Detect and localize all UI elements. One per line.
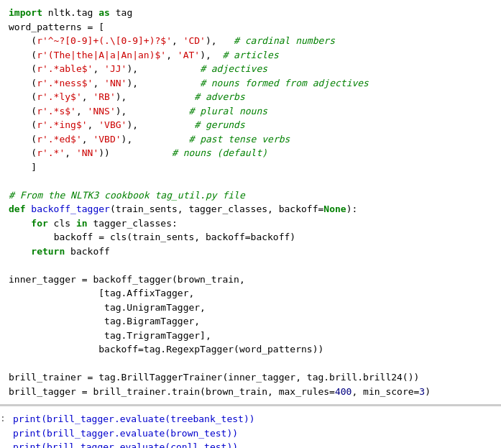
- print-call: print(brill_tagger.evaluate(treebank_tes…: [13, 413, 255, 424]
- output-block: : print(brill_tagger.evaluate(treebank_t…: [0, 406, 501, 448]
- token-number: 3: [419, 386, 425, 397]
- token-plain: tag.UnigramTagger,: [9, 302, 206, 313]
- token-plain: tagger_classes:: [88, 218, 178, 229]
- token-plain: ),: [200, 50, 222, 60]
- token-string: r'.*ness$': [37, 78, 93, 88]
- token-plain: (train_sents, tagger_classes, backoff=: [110, 204, 323, 214]
- token-plain: (: [9, 91, 37, 102]
- token-number: 400: [335, 386, 351, 397]
- token-plain: , min_score=: [351, 386, 419, 397]
- code-line: [9, 357, 492, 371]
- code-line: (r'(The|the|A|a|An|an)$', 'AT'), # artic…: [9, 48, 492, 63]
- token-plain: [9, 218, 31, 229]
- token-kw: in: [76, 218, 88, 229]
- token-plain: ,: [82, 91, 93, 102]
- token-plain: brill_tagger = brill_trainer.train(brown…: [9, 386, 335, 397]
- token-plain: ]: [9, 162, 37, 173]
- token-comment: # gerunds: [194, 119, 244, 130]
- token-plain: backoff=tag.RegexpTagger(word_patterns)): [9, 344, 323, 355]
- token-plain: ,: [172, 35, 183, 46]
- token-plain: tag.TrigramTagger],: [9, 330, 211, 341]
- code-line: (r'.*able$', 'JJ'), # adjectives: [9, 62, 492, 76]
- code-line: brill_tagger = brill_trainer.train(brown…: [9, 385, 492, 399]
- token-plain: tag: [110, 7, 132, 18]
- token-plain: ,: [76, 106, 88, 116]
- token-plain: [tag.AffixTagger,: [9, 288, 194, 298]
- token-string: r'.*ed$': [37, 134, 82, 145]
- code-line: [tag.AffixTagger,: [9, 286, 492, 301]
- token-string: 'JJ': [104, 63, 127, 74]
- print-line: print(brill_tagger.evaluate(treebank_tes…: [13, 412, 492, 426]
- code-block: import nltk.tag as tagword_patterns = [ …: [0, 0, 501, 406]
- token-string: 'NN': [104, 78, 127, 88]
- code-line: word_patterns = [: [9, 20, 492, 35]
- token-plain: (: [9, 63, 37, 74]
- code-line: (r'.*s$', 'NNS'), # plural nouns: [9, 104, 492, 119]
- token-plain: ): [425, 386, 431, 397]
- token-plain: ,: [93, 78, 104, 88]
- print-call: print(brill_tagger.evaluate(brown_test)): [13, 428, 238, 439]
- token-plain: ),: [116, 106, 189, 116]
- token-comment: # nouns formed from adjectives: [200, 78, 369, 88]
- token-plain: ),: [121, 134, 189, 145]
- token-plain: (: [9, 50, 37, 60]
- print-line: print(brill_tagger.evaluate(brown_test)): [13, 426, 492, 441]
- token-string: r'.*ly$': [37, 91, 82, 102]
- token-string: 'VBD': [93, 134, 121, 145]
- code-line: for cls in tagger_classes:: [9, 216, 492, 231]
- token-string: 'VBG': [98, 119, 127, 130]
- token-plain: word_patterns = [: [9, 22, 104, 32]
- token-plain: ,: [93, 63, 104, 74]
- cell-indicator: :: [0, 412, 6, 426]
- code-line: def backoff_tagger(train_sents, tagger_c…: [9, 202, 492, 216]
- code-line: ]: [9, 160, 492, 175]
- token-plain: (: [9, 119, 37, 130]
- token-string: 'AT': [178, 50, 200, 60]
- token-string: 'NNS': [88, 106, 116, 116]
- code-line: (r'.*ness$', 'NN'), # nouns formed from …: [9, 76, 492, 91]
- token-plain: (: [9, 147, 37, 158]
- token-string: r'^~?[0-9]+(.\[0-9]+)?$': [37, 35, 172, 46]
- code-line: # From the NLTK3 cookbook tag_util.py fi…: [9, 188, 492, 203]
- token-plain: backoff = cls(train_sents, backoff=backo…: [9, 232, 295, 242]
- token-comment: # adjectives: [200, 63, 267, 74]
- token-plain: ),: [116, 91, 195, 102]
- token-plain: ),: [206, 35, 234, 46]
- token-plain: ):: [346, 204, 358, 214]
- token-string: 'RB': [93, 91, 115, 102]
- token-plain: (: [9, 106, 37, 116]
- code-line: tag.BigramTagger,: [9, 314, 492, 329]
- token-string: r'(The|the|A|a|An|an)$': [37, 50, 166, 60]
- token-string: r'.*s$': [37, 106, 76, 116]
- token-plain: tag.BigramTagger,: [9, 316, 200, 326]
- token-kw: for: [31, 218, 47, 229]
- code-line: (r'.*', 'NN')) # nouns (default): [9, 146, 492, 160]
- token-plain: ),: [127, 63, 200, 74]
- code-line: (r'.*ed$', 'VBD'), # past tense verbs: [9, 132, 492, 147]
- token-plain: brill_trainer = tag.BrillTaggerTrainer(i…: [9, 372, 419, 383]
- token-param-none: None: [323, 204, 346, 214]
- token-func: backoff_tagger: [31, 204, 110, 214]
- code-line: (r'.*ing$', 'VBG'), # gerunds: [9, 118, 492, 132]
- token-comment: # past tense verbs: [188, 134, 290, 145]
- token-comment: # articles: [222, 50, 278, 60]
- code-line: [9, 174, 492, 188]
- token-plain: ),: [127, 119, 194, 130]
- token-plain: cls: [48, 218, 76, 229]
- token-plain: nltk.tag: [42, 7, 98, 18]
- token-plain: backoff: [65, 246, 110, 257]
- token-kw: import: [9, 7, 42, 18]
- code-line: (r'^~?[0-9]+(.\[0-9]+)?$', 'CD'), # card…: [9, 34, 492, 48]
- token-plain: ),: [127, 78, 200, 88]
- code-line: return backoff: [9, 244, 492, 259]
- token-comment: # nouns (default): [172, 147, 267, 158]
- token-plain: (: [9, 134, 37, 145]
- token-comment: # adverbs: [194, 91, 244, 102]
- token-string: 'NN': [76, 147, 98, 158]
- print-call: print(brill_tagger.evaluate(conll_test)): [13, 442, 238, 448]
- print-line: print(brill_tagger.evaluate(conll_test)): [13, 440, 492, 448]
- token-comment: # cardinal numbers: [234, 35, 335, 46]
- token-comment: # From the NLTK3 cookbook tag_util.py fi…: [9, 190, 245, 201]
- token-plain: inner_tagger = backoff_tagger(brown_trai…: [9, 274, 245, 285]
- token-string: r'.*able$': [37, 63, 93, 74]
